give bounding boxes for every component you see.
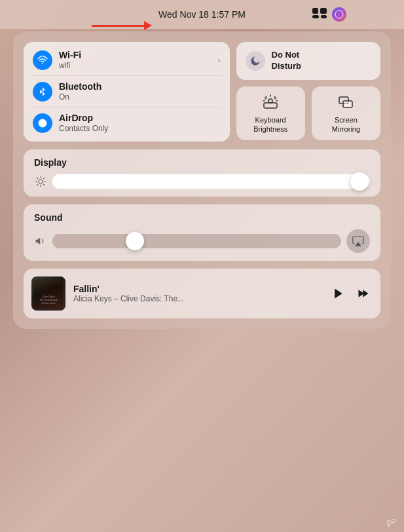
red-arrow-indicator [92, 21, 152, 30]
bluetooth-item[interactable]: Bluetooth On [33, 81, 221, 102]
svg-point-7 [42, 124, 43, 125]
album-art: Clive DavisThe Soundtrackof Our Lives [31, 276, 65, 311]
network-card[interactable]: Wi-Fi wifi › Bluetooth On [24, 42, 230, 142]
svg-marker-30 [335, 288, 342, 298]
svg-rect-3 [321, 15, 327, 18]
track-title: Fallin' [73, 284, 321, 294]
bluetooth-icon-bg [33, 82, 52, 102]
wifi-sub: wifi [59, 61, 211, 70]
divider-1 [31, 75, 222, 76]
airdrop-name: AirDrop [59, 113, 221, 124]
screen-mirroring-icon [337, 93, 355, 111]
keyboard-brightness-label: KeyboardBrightness [253, 115, 287, 134]
wifi-item[interactable]: Wi-Fi wifi › [33, 50, 221, 70]
tiles-row: KeyboardBrightness ScreenMirroring [236, 86, 380, 141]
dnd-label-text: Do NotDisturb [272, 50, 302, 72]
airdrop-item[interactable]: AirDrop Contacts Only [33, 113, 221, 133]
bluetooth-name: Bluetooth [59, 81, 221, 92]
control-center-icon[interactable] [312, 8, 327, 21]
top-row: Wi-Fi wifi › Bluetooth On [24, 42, 380, 142]
sound-slider[interactable] [52, 234, 341, 248]
display-slider[interactable] [52, 174, 370, 189]
siri-icon[interactable] [332, 7, 346, 22]
wifi-info: Wi-Fi wifi [59, 50, 211, 70]
do-not-disturb-card[interactable]: Do NotDisturb [236, 42, 380, 80]
svg-line-26 [37, 184, 38, 185]
menu-bar-datetime: Wed Nov 18 1:57 PM [158, 9, 246, 20]
svg-point-16 [268, 99, 272, 103]
screen-mirroring-tile[interactable]: ScreenMirroring [312, 86, 380, 141]
fast-forward-button[interactable] [354, 284, 373, 303]
display-section: Display [24, 149, 380, 197]
watermark: gP [386, 518, 396, 527]
svg-line-11 [274, 96, 275, 98]
svg-line-23 [43, 184, 45, 185]
sound-slider-row [34, 229, 370, 253]
svg-rect-1 [320, 8, 327, 14]
svg-marker-29 [356, 242, 361, 246]
wifi-chevron: › [217, 55, 220, 65]
control-center-panel: Wi-Fi wifi › Bluetooth On [13, 31, 391, 329]
brightness-icon [34, 175, 47, 188]
airdrop-icon-bg [33, 113, 52, 133]
svg-line-15 [275, 98, 276, 99]
sound-title: Sound [34, 212, 370, 223]
keyboard-brightness-tile[interactable]: KeyboardBrightness [236, 86, 305, 141]
svg-point-4 [335, 10, 343, 18]
airplay-button[interactable] [346, 229, 370, 253]
sound-section: Sound [24, 204, 380, 261]
svg-rect-18 [343, 101, 352, 107]
display-slider-row [34, 174, 370, 189]
dnd-moon-icon [246, 51, 265, 71]
bluetooth-info: Bluetooth On [59, 81, 221, 102]
now-playing-card[interactable]: Clive DavisThe Soundtrackof Our Lives Fa… [24, 269, 380, 318]
svg-line-10 [266, 96, 266, 98]
playback-controls [329, 284, 373, 303]
svg-line-27 [43, 178, 45, 179]
wifi-icon-bg [33, 50, 52, 70]
divider-2 [31, 107, 222, 107]
svg-point-5 [42, 62, 43, 64]
svg-marker-32 [363, 290, 368, 297]
svg-point-19 [39, 180, 43, 183]
svg-rect-8 [264, 103, 277, 108]
wifi-name: Wi-Fi [59, 50, 211, 61]
album-art-image: Clive DavisThe Soundtrackof Our Lives [31, 276, 65, 311]
dnd-label: Do NotDisturb [272, 50, 302, 72]
now-playing-info: Fallin' Alicia Keys – Clive Davis: The..… [73, 284, 321, 303]
volume-icon [34, 235, 47, 248]
display-title: Display [34, 157, 370, 168]
right-column: Do NotDisturb [236, 42, 380, 142]
bluetooth-sub: On [59, 92, 221, 102]
menu-bar: Wed Nov 18 1:57 PM [0, 0, 404, 29]
airdrop-info: AirDrop Contacts Only [59, 113, 221, 133]
airdrop-sub: Contacts Only [59, 124, 221, 133]
svg-rect-0 [312, 8, 318, 14]
svg-rect-2 [312, 15, 319, 18]
svg-line-14 [265, 98, 266, 99]
track-artist: Alicia Keys – Clive Davis: The... [73, 294, 321, 303]
svg-marker-28 [36, 237, 41, 244]
svg-line-22 [37, 178, 38, 179]
album-art-text: Clive DavisThe Soundtrackof Our Lives [37, 295, 60, 305]
screen-mirroring-label: ScreenMirroring [332, 115, 360, 134]
play-button[interactable] [329, 284, 348, 303]
keyboard-brightness-icon [261, 93, 280, 111]
